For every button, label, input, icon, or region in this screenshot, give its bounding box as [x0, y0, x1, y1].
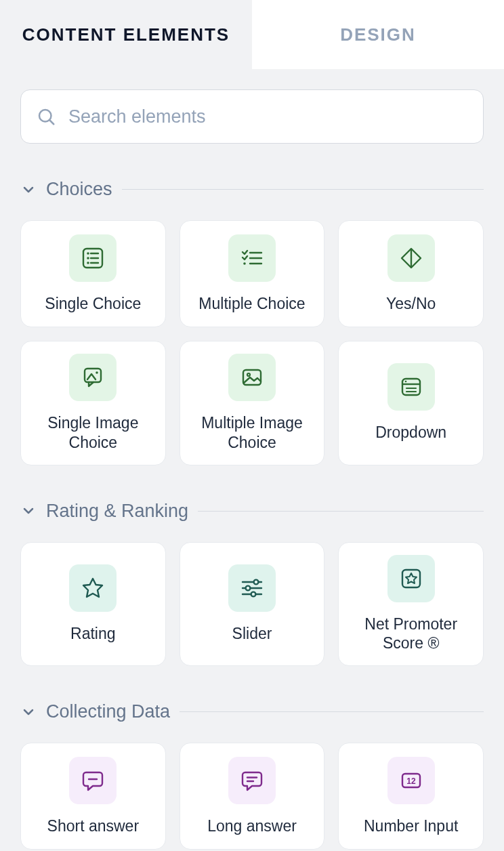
- card-label: Net Promoter Score ®: [345, 615, 476, 654]
- card-label: Multiple Image Choice: [187, 413, 318, 453]
- card-label: Number Input: [364, 816, 458, 836]
- browser-lines-icon: [387, 363, 435, 411]
- section-grid-collecting-data: Short answerLong answerNumber Input: [20, 743, 484, 850]
- element-card-number-input[interactable]: Number Input: [338, 743, 484, 850]
- sliders-icon: [228, 564, 276, 612]
- divider: [180, 711, 484, 712]
- search-input[interactable]: [68, 106, 468, 127]
- chevron-down-icon: [20, 503, 37, 519]
- card-label: Single Image Choice: [28, 413, 159, 453]
- card-label: Multiple Choice: [198, 294, 305, 314]
- card-label: Long answer: [207, 816, 297, 836]
- section-grid-choices: Single ChoiceMultiple ChoiceYes/NoSingle…: [20, 220, 484, 465]
- chat-long-icon: [228, 757, 276, 804]
- chevron-down-icon: [20, 182, 37, 198]
- element-card-single-choice[interactable]: Single Choice: [20, 220, 166, 327]
- element-card-short-answer[interactable]: Short answer: [20, 743, 166, 850]
- number-box-icon: [387, 757, 435, 804]
- card-label: Slider: [232, 624, 272, 644]
- image-icon: [228, 354, 276, 401]
- search-field[interactable]: [20, 89, 484, 144]
- section-header-collecting-data[interactable]: Collecting Data: [20, 701, 484, 722]
- card-label: Short answer: [47, 816, 140, 836]
- element-card-net-promoter-score[interactable]: Net Promoter Score ®: [338, 542, 484, 667]
- search-icon: [36, 106, 56, 127]
- element-card-dropdown[interactable]: Dropdown: [338, 341, 484, 465]
- card-label: Yes/No: [386, 294, 436, 314]
- tab-content-elements[interactable]: Content Elements: [0, 0, 252, 69]
- element-card-long-answer[interactable]: Long answer: [180, 743, 325, 850]
- star-boxed-icon: [387, 555, 435, 602]
- element-card-single-image-choice[interactable]: Single Image Choice: [20, 341, 166, 465]
- section-grid-rating-ranking: RatingSliderNet Promoter Score ®: [20, 542, 484, 667]
- element-card-rating[interactable]: Rating: [20, 542, 166, 667]
- element-card-multiple-choice[interactable]: Multiple Choice: [180, 220, 325, 327]
- diamond-icon: [387, 234, 435, 282]
- section-header-rating-ranking[interactable]: Rating & Ranking: [20, 501, 484, 522]
- section-title: Choices: [46, 179, 112, 200]
- star-icon: [69, 564, 117, 612]
- element-card-multiple-image-choice[interactable]: Multiple Image Choice: [180, 341, 325, 465]
- element-card-slider[interactable]: Slider: [180, 542, 325, 667]
- content-area: ChoicesSingle ChoiceMultiple ChoiceYes/N…: [0, 69, 504, 850]
- divider: [198, 511, 484, 512]
- card-label: Single Choice: [45, 294, 141, 314]
- tab-design[interactable]: Design: [252, 0, 504, 69]
- section-title: Collecting Data: [46, 701, 170, 722]
- chevron-down-icon: [20, 704, 37, 720]
- tab-bar: Content Elements Design: [0, 0, 504, 69]
- card-label: Dropdown: [375, 423, 446, 442]
- section-title: Rating & Ranking: [46, 501, 188, 522]
- section-header-choices[interactable]: Choices: [20, 179, 484, 200]
- list-radio-icon: [69, 234, 117, 282]
- chat-short-icon: [69, 757, 117, 804]
- image-bubble-icon: [69, 354, 117, 401]
- card-label: Rating: [70, 624, 115, 644]
- list-check-icon: [228, 234, 276, 282]
- divider: [122, 189, 484, 190]
- svg-line-1: [49, 120, 54, 124]
- element-card-yes-no[interactable]: Yes/No: [338, 220, 484, 327]
